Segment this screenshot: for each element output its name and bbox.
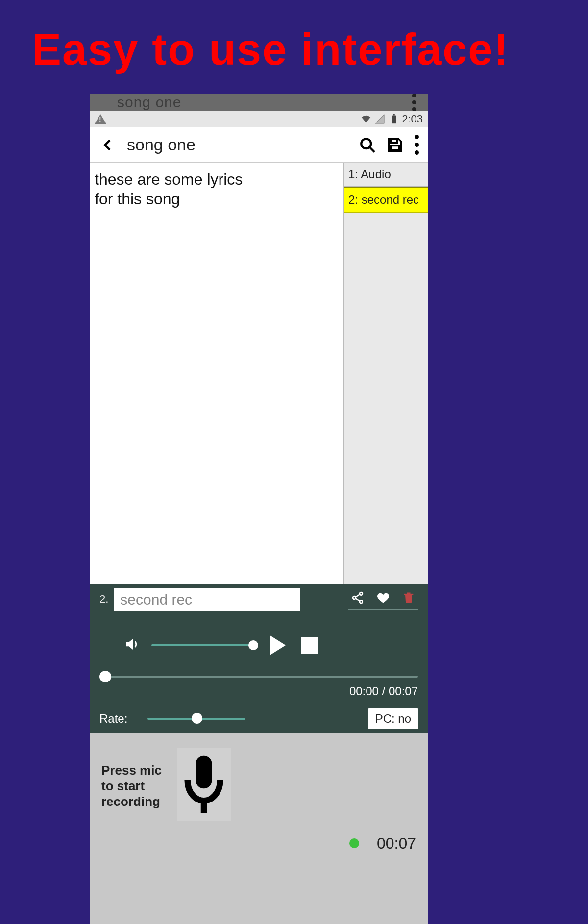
svg-rect-8 [391,146,399,150]
page-title: song one [127,135,196,154]
wifi-icon [361,114,371,124]
track-list-item[interactable]: 2: second rec [344,187,428,213]
play-button[interactable] [270,635,286,655]
lyrics-editor[interactable]: these are some lyrics for this song [90,163,343,584]
overflow-menu-icon [412,94,416,111]
rate-slider[interactable] [147,718,245,720]
recording-time: 00:07 [377,834,416,852]
stop-button[interactable] [301,637,318,654]
back-button[interactable] [98,139,118,151]
track-index-label: 2. [99,593,108,606]
svg-rect-4 [393,114,395,116]
background-title: song one [117,94,181,111]
save-button[interactable] [383,133,407,157]
search-button[interactable] [356,133,379,157]
delete-button[interactable] [401,590,416,605]
warning-icon [95,114,106,124]
overflow-menu-button[interactable] [415,135,419,155]
background-app-bar: song one [90,94,428,111]
rate-label: Rate: [99,712,139,726]
recorder-hint: Press mic to start recording [101,762,165,809]
svg-line-12 [355,594,360,597]
svg-rect-16 [196,756,212,789]
svg-line-13 [355,598,360,601]
app-bar: song one [90,127,428,163]
recording-indicator-icon [349,838,359,848]
status-bar-clock: 2:03 [402,113,423,125]
volume-slider[interactable] [151,644,254,646]
cell-signal-icon [374,114,385,124]
marketing-headline: Easy to use interface! [32,24,509,75]
time-display: 00:00 / 00:07 [99,684,418,698]
status-bar: 2:03 [90,111,428,127]
svg-line-6 [369,147,374,152]
favorite-button[interactable] [376,590,391,605]
record-button[interactable] [177,748,231,821]
track-list: 1: Audio 2: second rec [343,163,428,584]
battery-icon [388,114,399,124]
svg-rect-7 [391,139,397,143]
phone-frame: song one 2:03 song one these are some [90,94,428,924]
share-button[interactable] [350,590,365,605]
seek-slider[interactable] [99,676,418,678]
pitch-correct-toggle[interactable]: PC: no [368,708,418,729]
volume-icon [124,636,141,655]
svg-rect-15 [404,594,414,595]
track-title-input[interactable] [114,588,300,611]
content-area: these are some lyrics for this song 1: A… [90,163,428,584]
track-list-item[interactable]: 1: Audio [344,163,428,187]
svg-rect-3 [392,116,396,124]
player-panel: 2. 00:00 / 00:07 [90,584,428,733]
svg-point-5 [361,139,371,148]
recorder-panel: Press mic to start recording 00:07 [90,733,428,924]
